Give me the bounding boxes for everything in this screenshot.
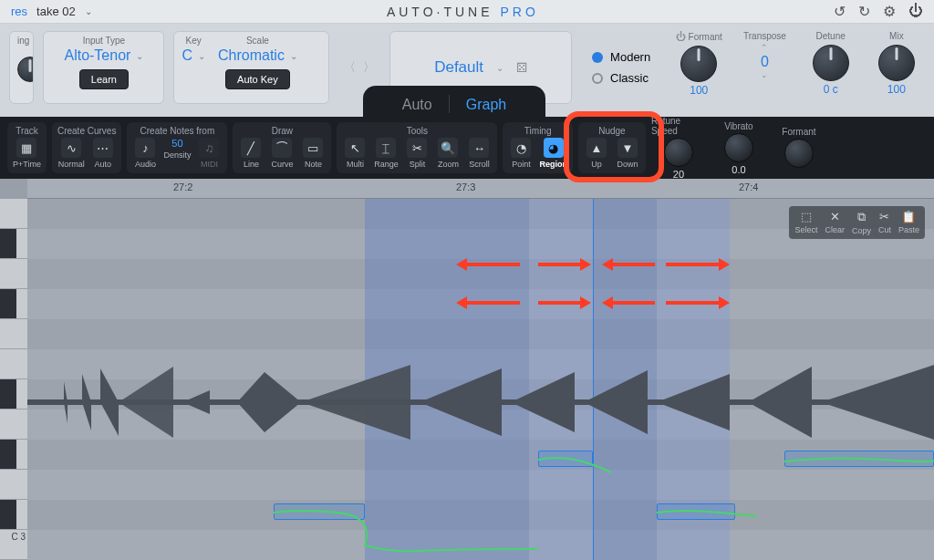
timeline-tick: 27:4 <box>739 181 758 192</box>
group-notes: Create Notes from ♪Audio 50Density ♫MIDI <box>127 122 227 173</box>
annotation-arrow <box>611 301 655 305</box>
curves-auto[interactable]: ⋯Auto <box>90 138 116 169</box>
group-tools: Tools ↖Multi ⌶Range ✂Split 🔍Zoom ↔Scroll <box>337 122 497 173</box>
piano-keys[interactable]: C 3 <box>0 199 27 560</box>
tool-range[interactable]: ⌶Range <box>373 138 399 169</box>
tracking-knob[interactable] <box>17 57 34 82</box>
annotation-arrow <box>538 263 582 266</box>
take-name[interactable]: take 02 <box>36 5 76 18</box>
chevron-down-icon[interactable]: ⌄ <box>85 6 92 16</box>
chevron-down-icon[interactable]: ⌄ <box>496 63 503 73</box>
pitch-note[interactable] <box>657 503 735 520</box>
pitch-note[interactable] <box>784 451 934 467</box>
timing-region[interactable]: ◕Region <box>539 138 567 169</box>
settings-icon[interactable]: ⚙ <box>883 3 896 20</box>
draw-line[interactable]: ╱Line <box>238 138 264 169</box>
track-ptime[interactable]: ▦P+Time <box>13 138 41 169</box>
formant-graph-knob[interactable]: Formant <box>772 127 826 170</box>
learn-button[interactable]: Learn <box>79 69 129 89</box>
auto-key-button[interactable]: Auto Key <box>225 69 290 89</box>
control-row: ing Input Type Alto-Tenor⌄ Learn Key C⌄ … <box>0 24 934 117</box>
group-timing: Timing ◔Point ◕Region <box>503 122 573 173</box>
titlebar: res take 02 ⌄ AUTO·TUNE PRO ↺ ↻ ⚙ ⏻ <box>0 0 934 24</box>
key-label: Key <box>186 36 202 46</box>
scale-value[interactable]: Chromatic⌄ <box>218 47 297 64</box>
mini-select[interactable]: ⬚Select <box>794 210 817 235</box>
preset-name: Default <box>434 58 483 77</box>
power-icon[interactable]: ⏻ <box>676 31 686 42</box>
notes-midi[interactable]: ♫MIDI <box>196 138 222 169</box>
prev-preset-icon[interactable]: 〈 <box>344 59 356 76</box>
notes-density[interactable]: 50Density <box>163 138 191 160</box>
grid-area[interactable] <box>27 199 934 560</box>
mix-knob[interactable]: Mix 100 <box>868 31 925 104</box>
note-label: C 3 <box>11 532 26 542</box>
mini-copy[interactable]: ⧉Copy <box>852 210 871 235</box>
nudge-up[interactable]: ▲Up <box>584 138 609 169</box>
group-draw: Draw ╱Line ⁀Curve ▭Note <box>233 122 331 173</box>
input-type-value[interactable]: Alto-Tenor⌄ <box>64 47 143 64</box>
timeline-tick: 27:3 <box>456 181 475 192</box>
annotation-arrow <box>666 263 721 266</box>
next-preset-icon[interactable]: 〉 <box>363 59 375 76</box>
view-mode-panel: Modern Classic <box>581 31 661 104</box>
annotation-arrow <box>611 263 655 266</box>
radio-filled-icon <box>592 52 603 63</box>
tracking-label: ing <box>17 36 29 46</box>
notes-audio[interactable]: ♪Audio <box>132 138 158 169</box>
mode-tabs: Auto Graph <box>363 86 545 120</box>
input-type-panel: Input Type Alto-Tenor⌄ Learn <box>43 31 164 104</box>
timeline-tick: 27:2 <box>173 181 192 192</box>
annotation-arrow <box>465 263 520 266</box>
pitch-note[interactable] <box>274 503 365 520</box>
scale-label: Scale <box>246 36 269 46</box>
tool-split[interactable]: ✂Split <box>404 138 430 169</box>
annotation-arrow <box>465 301 520 305</box>
tab-graph[interactable]: Graph <box>450 91 523 120</box>
group-nudge: Nudge ▲Up ▼Down <box>578 122 646 173</box>
draw-note[interactable]: ▭Note <box>300 138 326 169</box>
transpose-knob[interactable]: Transpose ⌃ 0 ⌄ <box>736 31 793 104</box>
app-title: AUTO·TUNE PRO <box>387 5 539 19</box>
view-classic[interactable]: Classic <box>592 71 650 85</box>
tab-auto[interactable]: Auto <box>386 91 449 120</box>
waveform <box>27 363 934 441</box>
tracking-panel: ing <box>9 31 34 104</box>
annotation-arrow <box>538 301 582 305</box>
draw-curve[interactable]: ⁀Curve <box>269 138 295 169</box>
radio-empty-icon <box>592 73 603 84</box>
retune-speed-knob[interactable]: Retune Speed20 <box>651 116 706 180</box>
edit-mini-toolbar: ⬚Select ✕Clear ⧉Copy ✂Cut 📋Paste <box>789 206 925 239</box>
mini-paste[interactable]: 📋Paste <box>898 210 919 235</box>
curves-normal[interactable]: ∿Normal <box>58 138 85 169</box>
tool-zoom[interactable]: 🔍Zoom <box>435 138 461 169</box>
chevron-down-icon[interactable]: ⌄ <box>136 51 143 61</box>
formant-knob[interactable]: ⏻ Formant 100 <box>670 31 727 104</box>
tool-multi[interactable]: ↖Multi <box>342 138 368 169</box>
input-type-label: Input Type <box>83 36 126 46</box>
redo-icon[interactable]: ↻ <box>858 3 870 20</box>
nudge-down[interactable]: ▼Down <box>615 138 640 169</box>
group-track: Track ▦P+Time <box>7 122 47 173</box>
tool-scroll[interactable]: ↔Scroll <box>466 138 492 169</box>
preset-menu[interactable]: res <box>11 5 27 18</box>
mini-clear[interactable]: ✕Clear <box>825 210 845 235</box>
view-modern[interactable]: Modern <box>592 50 650 64</box>
vibrato-knob[interactable]: Vibrato0.0 <box>711 121 766 175</box>
undo-icon[interactable]: ↺ <box>834 3 846 20</box>
timing-point[interactable]: ◔Point <box>508 138 534 169</box>
graph-editor[interactable]: 27:2 27:3 27:4 C 3 <box>0 179 934 560</box>
pitch-note[interactable] <box>538 451 593 467</box>
detune-knob[interactable]: Detune 0 c <box>803 31 859 104</box>
group-curves: Create Curves ∿Normal ⋯Auto <box>52 122 121 173</box>
graph-toolbar: Track ▦P+Time Create Curves ∿Normal ⋯Aut… <box>0 117 934 179</box>
timeline-ruler[interactable]: 27:2 27:3 27:4 <box>27 179 934 199</box>
power-icon[interactable]: ⏻ <box>908 3 923 20</box>
annotation-arrow <box>666 301 721 305</box>
dice-icon[interactable]: ⚄ <box>516 60 527 75</box>
key-scale-panel: Key C⌄ Scale Chromatic⌄ Auto Key <box>173 31 329 104</box>
key-value[interactable]: C⌄ <box>182 47 205 64</box>
mini-cut[interactable]: ✂Cut <box>878 210 891 235</box>
